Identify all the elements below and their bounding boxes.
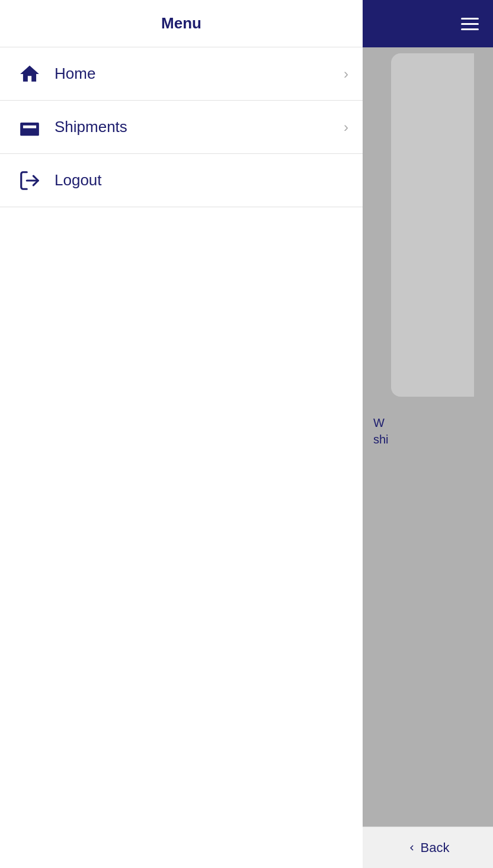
- menu-item-shipments[interactable]: Shipments ›: [0, 101, 363, 154]
- menu-items-list: Home › Shipments › Logout: [0, 47, 363, 868]
- bg-card: [391, 53, 474, 397]
- bg-partial-text: W shi: [367, 414, 493, 448]
- back-label: Back: [421, 840, 450, 856]
- menu-item-home[interactable]: Home ›: [0, 47, 363, 101]
- menu-header: Menu: [0, 0, 363, 47]
- menu-panel: Menu Home › Shipments ›: [0, 0, 363, 868]
- menu-item-shipments-label: Shipments: [55, 118, 344, 136]
- menu-item-logout[interactable]: Logout: [0, 154, 363, 207]
- menu-item-logout-label: Logout: [55, 171, 348, 189]
- menu-title: Menu: [161, 14, 201, 33]
- chevron-right-icon-shipments: ›: [344, 119, 348, 136]
- hamburger-button-area[interactable]: [363, 0, 493, 47]
- svg-rect-1: [23, 125, 36, 128]
- shipments-icon: [14, 112, 45, 143]
- menu-item-home-label: Home: [55, 65, 344, 83]
- chevron-right-icon: ›: [344, 66, 348, 82]
- home-icon: [14, 59, 45, 89]
- svg-rect-0: [20, 123, 39, 136]
- logout-icon: [14, 165, 45, 196]
- back-button[interactable]: Back: [363, 827, 493, 868]
- hamburger-icon: [461, 18, 479, 30]
